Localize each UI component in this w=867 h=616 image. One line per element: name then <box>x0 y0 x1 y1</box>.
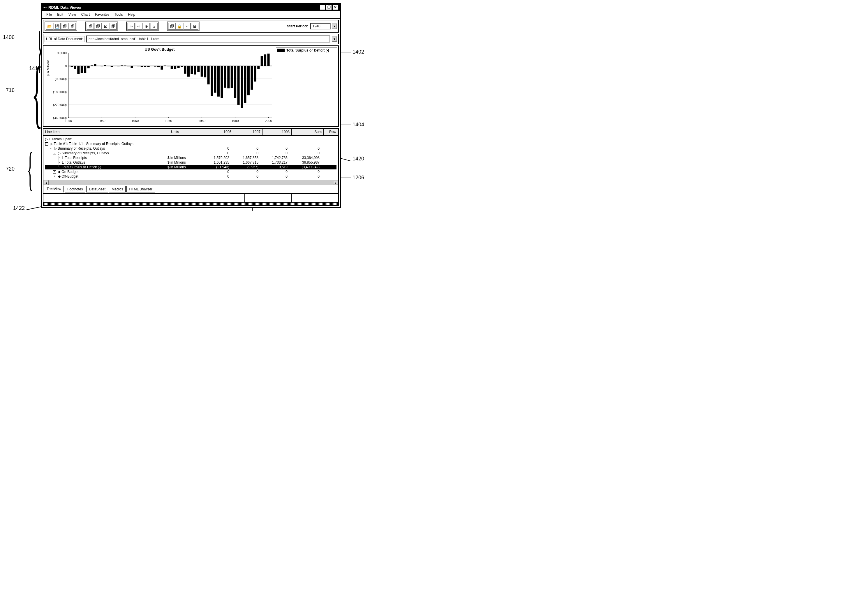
open-icon[interactable]: 📂 <box>46 23 53 30</box>
lock-icon[interactable]: 🔒 <box>176 23 183 30</box>
tree-value: 1,579,292 <box>202 156 232 160</box>
tree-value: 0 <box>202 151 232 155</box>
tree-rowcol <box>322 160 336 165</box>
tool-icon-4[interactable]: 🗐 <box>109 23 117 30</box>
tree-value: 1,733,217 <box>261 160 290 165</box>
tab-treeview[interactable]: TreeView <box>44 186 64 192</box>
scroll-right-icon[interactable]: ▸ <box>333 180 338 185</box>
window-resize-grip[interactable] <box>43 202 338 205</box>
collapse-icon[interactable]: − <box>49 147 52 150</box>
brace-720: { <box>27 146 33 192</box>
tab-html-browser[interactable]: HTML Browser <box>126 186 155 192</box>
back-icon[interactable]: ⇦ <box>127 23 135 30</box>
calc-icon[interactable]: 🖩 <box>191 23 199 30</box>
tree-row[interactable]: − ▷ Summary of Receipts, Outlays0000 <box>45 151 336 156</box>
col-units[interactable]: Units <box>169 129 204 135</box>
callout-1422: 1422 <box>13 205 25 211</box>
col-row[interactable]: Row <box>324 129 338 135</box>
tree-pane: Line Item Units 1996 1997 1998 Sum Row ▷… <box>43 128 339 206</box>
tree-row[interactable]: − ▷ Summary of Receipts, Outlays0000 <box>45 146 336 151</box>
svg-rect-63 <box>257 66 260 69</box>
chart-y-tick: (270,000) <box>53 103 68 107</box>
col-1996[interactable]: 1996 <box>204 129 233 135</box>
svg-rect-51 <box>218 66 220 97</box>
svg-rect-37 <box>171 66 173 69</box>
svg-rect-28 <box>141 66 143 67</box>
tree-units <box>167 146 202 151</box>
tool-icon-2[interactable]: 🗐 <box>94 23 102 30</box>
col-1998[interactable]: 1998 <box>262 129 292 135</box>
scroll-track[interactable] <box>49 180 333 185</box>
svg-rect-22 <box>121 66 123 66</box>
branch-icon: ├ <box>57 156 61 160</box>
toolbar: 📂 💾 🗐 🗐 🗐 🗐 🗹 🗐 ⇦ ⇨ ⊗ ⌂ 🗐 <box>43 20 339 33</box>
tool-icon-1[interactable]: 🗐 <box>87 23 94 30</box>
menu-tools[interactable]: Tools <box>112 12 125 17</box>
menu-help[interactable]: Help <box>126 12 138 17</box>
collapse-icon[interactable]: − <box>45 142 48 146</box>
chart-x-tick: 2000 <box>265 118 272 123</box>
col-line-item[interactable]: Line Item <box>43 129 169 135</box>
svg-rect-40 <box>181 66 183 67</box>
callout-1206: 1206 <box>353 174 364 181</box>
tree-body: ▷ 1 Tables Open:− ▷ Table #1: Table 1.1 … <box>43 136 338 180</box>
tree-row[interactable]: + ◆ Off-Budget0000 <box>45 174 336 179</box>
url-dropdown-icon[interactable]: ▾ <box>332 36 337 42</box>
tab-footnotes[interactable]: Footnotes <box>65 186 85 192</box>
url-input[interactable]: http://localhost/rdml_omb_hist1_table1_1… <box>86 36 330 42</box>
tree-row[interactable]: └ Total Surplus or Deficit (-)$ in Milli… <box>45 165 336 170</box>
collapse-icon[interactable]: − <box>53 152 56 155</box>
menu-edit[interactable]: Edit <box>55 12 66 17</box>
tree-value: 0 <box>232 151 261 155</box>
col-1997[interactable]: 1997 <box>233 129 262 135</box>
tab-macros[interactable]: Macros <box>109 186 126 192</box>
svg-rect-7 <box>71 66 73 67</box>
tree-rowcol <box>322 142 336 146</box>
menu-view[interactable]: View <box>66 12 78 17</box>
tab-datasheet[interactable]: DataSheet <box>86 186 108 192</box>
svg-rect-59 <box>244 66 246 103</box>
chart-icon[interactable]: 〰 <box>183 23 191 30</box>
tree-row[interactable]: ├ ᒪ Total Receipts$ in Millions1,579,292… <box>45 156 336 160</box>
minimize-button[interactable]: _ <box>320 5 325 10</box>
tree-rowcol <box>322 174 336 178</box>
menu-favorites[interactable]: Favorites <box>93 12 112 17</box>
tree-value: 1,742,736 <box>261 156 290 160</box>
stop-icon[interactable]: ⊗ <box>142 23 150 30</box>
scroll-left-icon[interactable]: ◂ <box>43 180 49 185</box>
home-icon[interactable]: ⌂ <box>150 23 158 30</box>
svg-rect-64 <box>261 56 263 66</box>
col-sum[interactable]: Sum <box>292 129 324 135</box>
grid-icon-1[interactable]: 🗐 <box>168 23 176 30</box>
svg-rect-6 <box>68 66 69 66</box>
menu-chart[interactable]: Chart <box>79 12 92 17</box>
svg-rect-14 <box>94 64 96 66</box>
svg-rect-60 <box>247 66 250 96</box>
tree-hscroll[interactable]: ◂ ▸ <box>43 180 338 185</box>
close-button[interactable]: ✕ <box>333 5 338 10</box>
save-icon[interactable]: 💾 <box>53 23 61 30</box>
expand-icon[interactable]: + <box>53 175 56 178</box>
svg-rect-52 <box>221 66 223 98</box>
tree-row[interactable]: − ▷ Table #1: Table 1.1 - Summary of Rec… <box>45 141 336 146</box>
svg-rect-41 <box>184 66 186 74</box>
svg-rect-30 <box>147 66 150 67</box>
tree-row[interactable]: ▷ 1 Tables Open: <box>45 137 336 141</box>
paste-icon[interactable]: 🗐 <box>68 23 76 30</box>
tree-row[interactable]: ├ ᒪ Total Outlays$ in Millions1,601,2351… <box>45 160 336 165</box>
bottom-tabs: TreeView Footnotes DataSheet Macros HTML… <box>43 185 338 193</box>
start-period-dropdown-icon[interactable]: ▾ <box>332 23 337 29</box>
tree-units <box>167 142 202 146</box>
copy-icon[interactable]: 🗐 <box>61 23 68 30</box>
forward-icon[interactable]: ⇨ <box>135 23 142 30</box>
tree-row[interactable]: + ◆ On-Budget0000 <box>45 170 336 174</box>
menu-file[interactable]: File <box>44 12 54 17</box>
expand-icon[interactable]: + <box>53 170 56 173</box>
callout-arrow-1410: ⌢ <box>169 48 172 53</box>
start-period-select[interactable]: 1940 <box>310 23 331 30</box>
svg-rect-49 <box>211 66 213 96</box>
maximize-button[interactable]: ❐ <box>326 5 332 10</box>
tree-value: 1,601,235 <box>202 160 232 165</box>
tree-value: 0 <box>232 170 261 174</box>
tool-icon-3[interactable]: 🗹 <box>102 23 109 30</box>
